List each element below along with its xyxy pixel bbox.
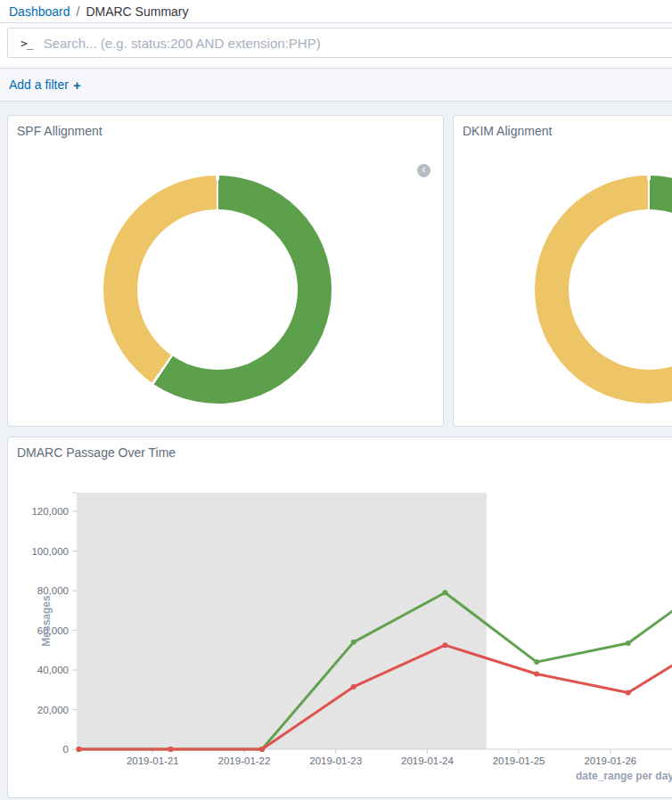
filter-bar: Add a filter + xyxy=(0,68,672,102)
svg-text:2019-01-25: 2019-01-25 xyxy=(493,755,545,766)
panel-title-spf: SPF Allignment xyxy=(8,116,443,138)
svg-text:2019-01-21: 2019-01-21 xyxy=(127,755,179,766)
search-bar-row: >_ xyxy=(0,28,672,68)
add-filter-button[interactable]: Add a filter + xyxy=(9,78,81,93)
breadcrumb-separator: / xyxy=(77,4,80,19)
svg-text:2019-01-22: 2019-01-22 xyxy=(218,755,271,766)
breadcrumb: Dashboard / DMARC Summary xyxy=(0,0,672,23)
panel-dmarc-passage: DMARC Passage Over Time 020,00040,00060,… xyxy=(7,437,672,798)
donut-hole xyxy=(137,209,298,370)
spf-donut-chart[interactable] xyxy=(103,176,332,404)
terminal-prompt-icon: >_ xyxy=(20,37,33,50)
svg-text:0: 0 xyxy=(63,744,69,755)
kibana-dashboard-app: Dashboard / DMARC Summary >_ Add a filte… xyxy=(0,0,672,800)
svg-text:100,000: 100,000 xyxy=(31,546,69,557)
page-title: DMARC Summary xyxy=(86,4,188,19)
svg-text:40,000: 40,000 xyxy=(37,665,69,675)
dmarc-passage-over-time-chart[interactable]: 020,00040,00060,00080,000100,000120,0002… xyxy=(8,437,672,798)
svg-text:2019-01-26: 2019-01-26 xyxy=(584,755,636,766)
svg-text:20,000: 20,000 xyxy=(37,705,69,715)
donut-hole xyxy=(569,209,672,370)
panel-dkim-alignment: DKIM Alignment xyxy=(453,115,672,427)
svg-text:120,000: 120,000 xyxy=(31,506,69,517)
svg-text:80,000: 80,000 xyxy=(37,585,69,596)
svg-text:Messages: Messages xyxy=(40,595,53,647)
dkim-donut-chart[interactable] xyxy=(535,176,672,404)
chevron-left-icon: ‹ xyxy=(422,163,426,176)
legend-collapse-icon[interactable]: ‹ xyxy=(417,164,430,177)
panel-spf-alignment: SPF Allignment ‹ xyxy=(7,115,444,427)
search-box: >_ xyxy=(7,28,672,58)
svg-text:2019-01-24: 2019-01-24 xyxy=(401,755,454,766)
breadcrumb-dashboard-link[interactable]: Dashboard xyxy=(9,4,70,19)
add-filter-label: Add a filter xyxy=(9,78,69,92)
svg-text:2019-01-23: 2019-01-23 xyxy=(309,755,362,766)
plus-icon: + xyxy=(73,78,81,93)
dashboard-grid: SPF Allignment ‹ DKIM Alignment DMARC Pa… xyxy=(0,102,672,800)
search-input[interactable] xyxy=(42,35,672,52)
panel-title-dkim: DKIM Alignment xyxy=(454,116,672,138)
svg-text:date_range per day: date_range per day xyxy=(576,770,672,782)
